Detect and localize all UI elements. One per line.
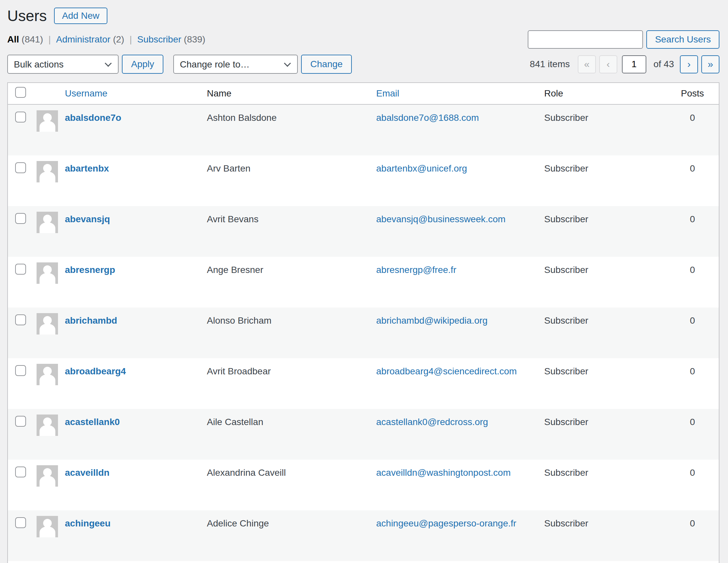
avatar bbox=[37, 110, 58, 132]
table-row: abrichambd Alonso Bricham abrichambd@wik… bbox=[8, 307, 719, 358]
email-link[interactable]: abroadbearg4@sciencedirect.com bbox=[376, 366, 517, 376]
items-count: 841 items bbox=[530, 59, 570, 70]
filter-subscriber-label: Subscriber bbox=[137, 34, 181, 44]
posts-count: 0 bbox=[666, 307, 719, 358]
email-link[interactable]: acaveilldn@washingtonpost.com bbox=[376, 467, 511, 478]
posts-count: 0 bbox=[666, 460, 719, 510]
toolbar-row: Bulk actions Apply Change role to… Chang… bbox=[7, 55, 719, 74]
user-role: Subscriber bbox=[544, 257, 666, 307]
row-checkbox[interactable] bbox=[15, 517, 26, 528]
table-row: acaveilldn Alexandrina Caveill acaveilld… bbox=[8, 460, 719, 510]
row-checkbox[interactable] bbox=[15, 365, 26, 376]
pagination: 841 items « ‹ of 43 › » bbox=[530, 55, 719, 73]
table-row: abalsdone7o Ashton Balsdone abalsdone7o@… bbox=[8, 105, 719, 155]
column-header-email[interactable]: Email bbox=[376, 88, 399, 99]
first-page-button: « bbox=[578, 55, 596, 73]
row-checkbox[interactable] bbox=[15, 264, 26, 275]
table-row: acastellank0 Aile Castellan acastellank0… bbox=[8, 409, 719, 460]
table-row: achingeeu Adelice Chinge achingeeu@pages… bbox=[8, 510, 719, 561]
filter-administrator-label: Administrator bbox=[56, 34, 110, 44]
username-link[interactable]: abalsdone7o bbox=[65, 105, 121, 123]
bulk-actions-toolbar: Bulk actions Apply Change role to… Chang… bbox=[7, 55, 352, 74]
change-role-select-wrap: Change role to… bbox=[173, 55, 298, 74]
filter-subscriber-count: (839) bbox=[184, 34, 205, 44]
row-checkbox[interactable] bbox=[15, 314, 26, 325]
filter-all-count: (841) bbox=[22, 34, 43, 44]
users-table: Username Name Email Role Posts abalsdone… bbox=[7, 82, 719, 563]
avatar bbox=[37, 364, 58, 385]
posts-count: 0 bbox=[666, 510, 719, 561]
posts-count: 0 bbox=[666, 155, 719, 206]
user-role: Subscriber bbox=[544, 510, 666, 561]
page-title: Users bbox=[7, 7, 47, 25]
avatar bbox=[37, 263, 58, 284]
current-page-input[interactable] bbox=[622, 55, 646, 73]
filter-administrator[interactable]: Administrator (2) bbox=[56, 34, 124, 45]
table-header-row: Username Name Email Role Posts bbox=[8, 83, 719, 105]
filter-administrator-count: (2) bbox=[113, 34, 124, 44]
row-checkbox[interactable] bbox=[15, 466, 26, 477]
change-button[interactable]: Change bbox=[301, 55, 352, 74]
username-link[interactable]: abevansjq bbox=[65, 206, 110, 225]
email-link[interactable]: abartenbx@unicef.org bbox=[376, 163, 467, 174]
email-link[interactable]: acastellank0@redcross.org bbox=[376, 417, 488, 427]
table-row: abevansjq Avrit Bevans abevansjq@busines… bbox=[8, 206, 719, 257]
apply-button[interactable]: Apply bbox=[122, 55, 163, 74]
user-role: Subscriber bbox=[544, 358, 666, 409]
filter-all-label: All bbox=[7, 34, 19, 44]
posts-count: 0 bbox=[666, 257, 719, 307]
user-role: Subscriber bbox=[544, 206, 666, 257]
filter-all[interactable]: All (841) bbox=[7, 34, 43, 45]
change-role-select[interactable]: Change role to… bbox=[173, 55, 298, 74]
username-link[interactable]: achingeeu bbox=[65, 510, 110, 529]
row-checkbox[interactable] bbox=[15, 416, 26, 427]
partial-next-row bbox=[8, 561, 719, 563]
add-new-button[interactable]: Add New bbox=[54, 8, 107, 24]
search-users-button[interactable]: Search Users bbox=[646, 30, 719, 49]
username-link[interactable]: abresnergp bbox=[65, 257, 115, 275]
username-link[interactable]: acastellank0 bbox=[65, 409, 120, 427]
user-role: Subscriber bbox=[544, 409, 666, 460]
email-link[interactable]: abresnergp@free.fr bbox=[376, 265, 456, 275]
avatar bbox=[37, 465, 58, 487]
user-role: Subscriber bbox=[544, 155, 666, 206]
next-page-button[interactable]: › bbox=[680, 55, 698, 73]
email-link[interactable]: abalsdone7o@1688.com bbox=[376, 113, 479, 123]
email-link[interactable]: abevansjq@businessweek.com bbox=[376, 214, 506, 224]
select-all-checkbox[interactable] bbox=[15, 87, 26, 98]
column-header-name: Name bbox=[207, 88, 232, 99]
row-checkbox[interactable] bbox=[15, 162, 26, 173]
bulk-actions-select[interactable]: Bulk actions bbox=[7, 55, 119, 74]
user-role: Subscriber bbox=[544, 460, 666, 510]
username-link[interactable]: abrichambd bbox=[65, 307, 117, 326]
posts-count: 0 bbox=[666, 358, 719, 409]
username-link[interactable]: acaveilldn bbox=[65, 460, 109, 478]
last-page-button[interactable]: » bbox=[701, 55, 719, 73]
avatar bbox=[37, 313, 58, 334]
row-checkbox[interactable] bbox=[15, 112, 26, 123]
table-body: abalsdone7o Ashton Balsdone abalsdone7o@… bbox=[8, 105, 719, 563]
username-link[interactable]: abartenbx bbox=[65, 155, 109, 174]
user-role: Subscriber bbox=[544, 307, 666, 358]
email-link[interactable]: abrichambd@wikipedia.org bbox=[376, 315, 488, 325]
username-link[interactable]: abroadbearg4 bbox=[65, 358, 126, 377]
table-row: abresnergp Ange Bresner abresnergp@free.… bbox=[8, 257, 719, 307]
email-link[interactable]: achingeeu@pagesperso-orange.fr bbox=[376, 518, 516, 528]
filter-subscriber[interactable]: Subscriber (839) bbox=[137, 34, 205, 45]
column-header-role: Role bbox=[544, 88, 563, 99]
posts-count: 0 bbox=[666, 409, 719, 460]
table-row: abartenbx Arv Barten abartenbx@unicef.or… bbox=[8, 155, 719, 206]
filters-and-search-row: All (841) | Administrator (2) | Subscrib… bbox=[7, 30, 719, 49]
search-input[interactable] bbox=[528, 30, 643, 49]
user-name: Ange Bresner bbox=[207, 257, 376, 307]
user-name: Avrit Bevans bbox=[207, 206, 376, 257]
row-checkbox[interactable] bbox=[15, 213, 26, 224]
user-name: Ashton Balsdone bbox=[207, 105, 376, 155]
user-name: Alonso Bricham bbox=[207, 307, 376, 358]
column-header-posts: Posts bbox=[681, 88, 704, 99]
users-page: Users Add New All (841) | Administrator … bbox=[0, 0, 728, 563]
posts-count: 0 bbox=[666, 105, 719, 155]
column-header-username[interactable]: Username bbox=[65, 88, 107, 99]
posts-count: 0 bbox=[666, 206, 719, 257]
avatar bbox=[37, 212, 58, 233]
